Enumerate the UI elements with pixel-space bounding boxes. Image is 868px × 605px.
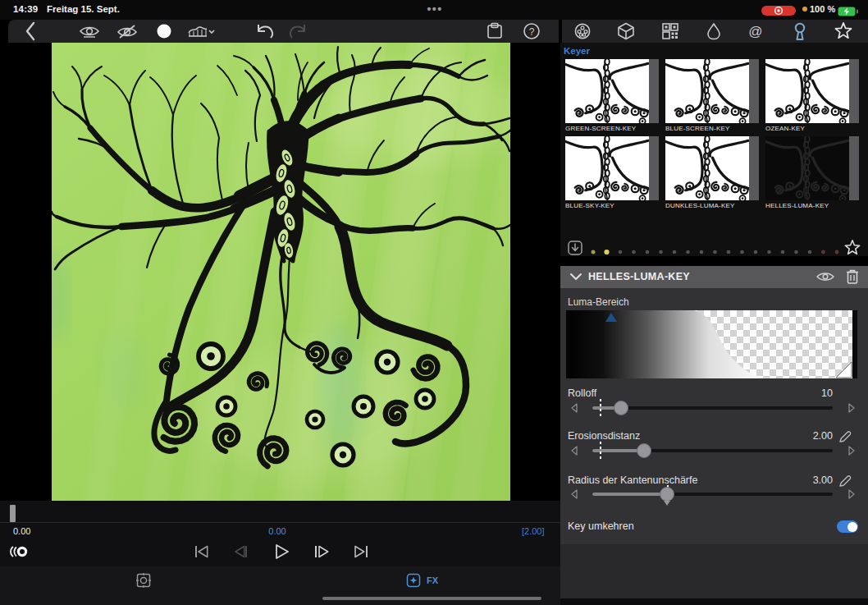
svg-text:@: @: [748, 24, 762, 39]
svg-text:?: ?: [529, 26, 535, 38]
